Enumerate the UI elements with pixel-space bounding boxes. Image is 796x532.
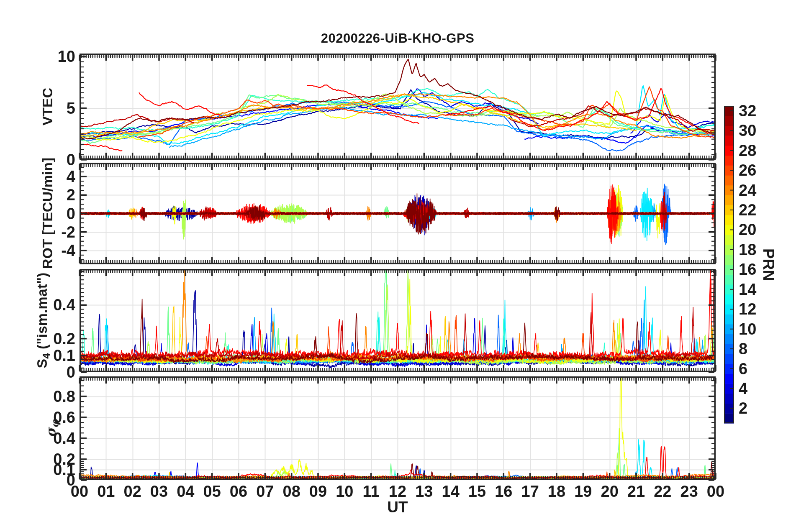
- colorbar-tick-label: 30: [739, 123, 756, 138]
- y-tick-label: 0.4: [20, 298, 75, 312]
- chart-title: 20200226-UiB-KHO-GPS: [80, 31, 716, 46]
- colorbar-tick-label: 18: [739, 243, 756, 257]
- colorbar-tick-label: 22: [739, 203, 756, 217]
- y-tick-label: 2: [20, 188, 75, 202]
- colorbar-tick-label: 10: [739, 322, 756, 336]
- colorbar-tick-label: 2: [739, 401, 747, 415]
- y-tick-label: 0.8: [20, 389, 75, 404]
- y-tick-label: 0.2: [20, 332, 75, 346]
- x-axis-label: UT: [80, 499, 716, 516]
- y-tick-label: 4: [20, 169, 75, 184]
- colorbar-tick-label: 6: [739, 362, 747, 376]
- y-tick-label: 0.2: [20, 452, 75, 466]
- y-tick-label: 10: [20, 49, 75, 64]
- y-tick-label: 5: [20, 101, 75, 115]
- colorbar-tick-label: 8: [739, 342, 747, 356]
- figure: 20200226-UiB-KHO-GPS VTEC ROT [TECU/min]…: [0, 0, 796, 532]
- colorbar-tick-label: 16: [739, 262, 756, 276]
- y-tick-label: -2: [20, 225, 75, 239]
- y-tick-label: 0: [20, 207, 75, 221]
- colorbar-tick-label: 12: [739, 302, 756, 316]
- colorbar-tick-label: 14: [739, 282, 756, 297]
- colorbar-tick-label: 26: [739, 163, 756, 177]
- colorbar-label: PRN: [760, 248, 777, 281]
- colorbar-tick-label: 4: [739, 381, 747, 396]
- y-tick-label: 0: [20, 365, 75, 379]
- colorbar-tick-label: 24: [739, 183, 756, 197]
- colorbar-tick-label: 20: [739, 223, 756, 237]
- y-tick-label: 0.1: [20, 348, 75, 363]
- chart-canvas: [0, 0, 796, 532]
- y-tick-label: 0.6: [20, 410, 75, 425]
- y-tick-label: 0: [20, 153, 75, 167]
- x-tick-label: 00: [696, 483, 736, 501]
- y-tick-label: 0.4: [20, 431, 75, 445]
- y-tick-label: -4: [20, 243, 75, 258]
- colorbar-tick-label: 28: [739, 143, 756, 158]
- colorbar-tick-label: 32: [739, 104, 756, 118]
